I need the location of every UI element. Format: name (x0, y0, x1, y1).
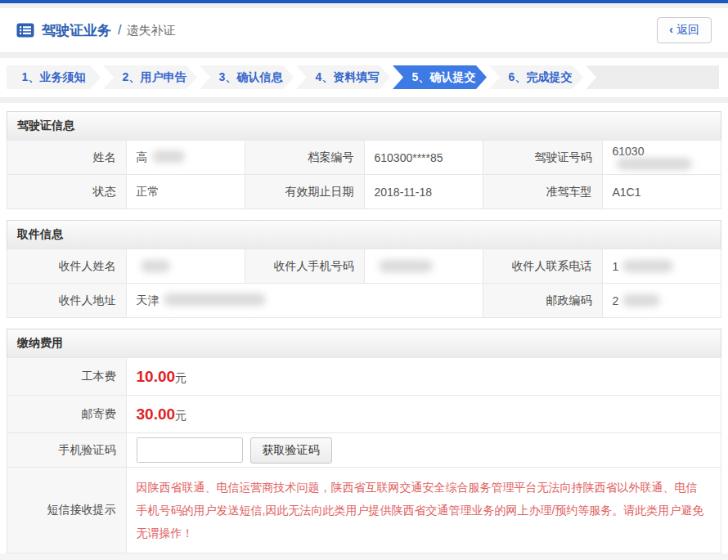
table-row: 手机验证码获取验证码 (7, 433, 721, 468)
sections-container: 驾驶证信息姓名高档案编号610300****85驾驶证号码61030状态正常有效… (7, 111, 721, 553)
field-value: 61030 (602, 141, 721, 175)
back-button[interactable]: ‹返回 (657, 17, 712, 43)
redacted-value (141, 260, 170, 272)
section-payment-fees: 缴纳费用工本费10.00元邮寄费30.00元手机验证码获取验证码短信接收提示因陕… (7, 329, 721, 553)
field-label: 邮政编码 (483, 284, 603, 318)
field-value: 2018-11-18 (364, 175, 483, 209)
breadcrumb-current: 遗失补证 (126, 23, 175, 38)
get-sms-code-button[interactable]: 获取验证码 (250, 437, 332, 464)
table-row: 工本费10.00元 (7, 358, 721, 396)
field-value: 610300****85 (364, 141, 483, 175)
step-2[interactable]: 2、用户申告 (103, 65, 197, 89)
fee-unit: 元 (175, 371, 186, 384)
field-label: 收件人联系电话 (483, 249, 603, 284)
field-label: 短信接收提示 (7, 468, 127, 553)
field-value: A1C1 (602, 175, 721, 209)
field-value: 天津 (126, 284, 483, 318)
redacted-value (622, 294, 660, 307)
sms-code-input[interactable] (137, 437, 243, 463)
field-label: 姓名 (7, 141, 127, 175)
field-label: 驾驶证号码 (483, 141, 603, 175)
table-row: 收件人姓名收件人手机号码收件人联系电话1 (7, 249, 721, 284)
section-title-pickup-info: 取件信息 (7, 220, 721, 249)
step-4[interactable]: 4、资料填写 (296, 65, 390, 89)
fee-amount: 10.00 (137, 368, 176, 385)
page-header: 驾驶证业务 / 遗失补证 ‹返回 (0, 8, 728, 53)
field-label: 收件人地址 (7, 284, 127, 318)
fee-value: 10.00元 (126, 358, 721, 396)
field-value: 1 (602, 249, 721, 284)
page-title: 驾驶证业务 (42, 21, 111, 40)
field-value: 高 (126, 141, 245, 175)
list-form-icon (16, 23, 34, 38)
redacted-value (379, 260, 433, 272)
back-button-label: 返回 (676, 23, 699, 36)
field-label: 邮寄费 (7, 396, 127, 433)
chevron-left-icon: ‹ (669, 23, 673, 36)
fee-amount: 30.00 (137, 405, 176, 423)
sms-notice-text: 因陕西省联通、电信运营商技术问题，陕西省互联网交通安全综合服务管理平台无法向持陕… (137, 469, 712, 551)
step-1[interactable]: 1、业务须知 (7, 65, 101, 89)
license-info-table: 姓名高档案编号610300****85驾驶证号码61030状态正常有效期止日期2… (7, 140, 721, 209)
field-label: 手机验证码 (7, 433, 127, 468)
field-label: 状态 (7, 175, 127, 209)
main-panel: 驾驶证信息姓名高档案编号610300****85驾驶证号码61030状态正常有效… (0, 103, 728, 553)
step-nav-strip: 1、业务须知2、用户申告3、确认信息4、资料填写5、确认提交6、完成提交 (0, 58, 728, 98)
section-pickup-info: 取件信息收件人姓名收件人手机号码收件人联系电话1收件人地址天津邮政编码2 (7, 220, 721, 318)
field-label: 收件人姓名 (7, 249, 127, 284)
redacted-value (622, 260, 673, 272)
field-value: 正常 (126, 175, 245, 209)
field-label: 档案编号 (245, 141, 365, 175)
captcha-cell: 获取验证码 (126, 433, 721, 468)
field-label: 准驾车型 (483, 175, 603, 209)
redacted-value (152, 150, 185, 163)
table-row: 收件人地址天津邮政编码2 (7, 284, 721, 318)
field-value (126, 249, 245, 284)
table-row: 邮寄费30.00元 (7, 396, 721, 433)
table-row: 状态正常有效期止日期2018-11-18准驾车型A1C1 (7, 175, 721, 209)
step-nav-filler (586, 65, 719, 89)
table-row: 姓名高档案编号610300****85驾驶证号码61030 (7, 141, 721, 175)
payment-fees-table: 工本费10.00元邮寄费30.00元手机验证码获取验证码短信接收提示因陕西省联通… (7, 357, 721, 553)
fee-unit: 元 (175, 409, 186, 422)
section-title-payment-fees: 缴纳费用 (7, 329, 721, 358)
fee-value: 30.00元 (126, 396, 721, 433)
step-3[interactable]: 3、确认信息 (200, 65, 294, 89)
redacted-value (617, 158, 692, 170)
pickup-info-table: 收件人姓名收件人手机号码收件人联系电话1收件人地址天津邮政编码2 (7, 249, 721, 318)
field-label: 收件人手机号码 (245, 249, 365, 284)
breadcrumb-separator: / (118, 23, 121, 38)
table-row: 短信接收提示因陕西省联通、电信运营商技术问题，陕西省互联网交通安全综合服务管理平… (7, 468, 721, 553)
step-5[interactable]: 5、确认提交 (393, 65, 487, 89)
field-label: 工本费 (7, 358, 127, 396)
section-title-license-info: 驾驶证信息 (7, 111, 721, 141)
field-label: 有效期止日期 (245, 175, 365, 209)
step-6[interactable]: 6、完成提交 (489, 65, 583, 89)
field-value: 2 (602, 284, 721, 318)
field-value (364, 249, 483, 284)
sms-notice-cell: 因陕西省联通、电信运营商技术问题，陕西省互联网交通安全综合服务管理平台无法向持陕… (126, 468, 721, 553)
step-nav: 1、业务须知2、用户申告3、确认信息4、资料填写5、确认提交6、完成提交 (7, 65, 721, 89)
section-license-info: 驾驶证信息姓名高档案编号610300****85驾驶证号码61030状态正常有效… (7, 111, 721, 209)
redacted-value (164, 293, 266, 306)
